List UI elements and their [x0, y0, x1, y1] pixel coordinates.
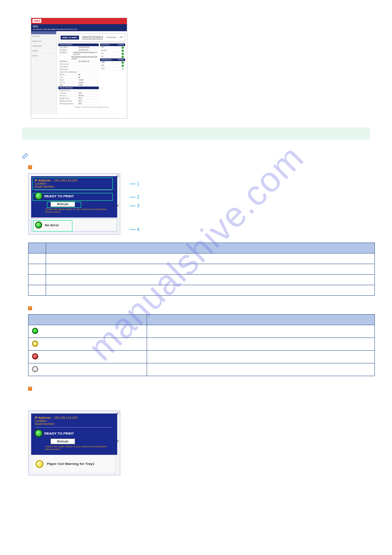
info-val: [79, 69, 97, 70]
warning-panel: Paper Out Warning for Tray1: [31, 456, 117, 472]
status-lamp-icon: [35, 429, 43, 437]
asset-row: Asset Number :: [35, 422, 112, 425]
info-key: Web Language Version: [60, 103, 79, 105]
info-key: RAM: [60, 84, 79, 86]
link-icon: [22, 153, 28, 159]
info-key: Contact Name - Administrator: [60, 71, 79, 73]
info-val: [79, 71, 97, 73]
status-dot-icon: [122, 65, 124, 67]
sidebar-header: [31, 31, 56, 34]
service-row: FTP: [100, 52, 125, 55]
sidebar-item: Supplies Life: [31, 39, 56, 44]
info-val: fe80:0000:0000:0000:0225:36ff:fe8a:7c0c …: [73, 52, 97, 55]
web-page-screenshot: OKI B432 View Information | Printer Menu…: [31, 18, 127, 119]
refresh-button[interactable]: Refresh: [50, 439, 75, 444]
service-row: WEB: [100, 64, 125, 67]
info-key: IPv6 Address: [60, 52, 73, 55]
hint-text: Obtain the latest status of your device …: [35, 444, 112, 452]
service-row: Telnet: [100, 67, 125, 70]
status-dot-icon: [122, 50, 124, 52]
info-key: CU Version: [60, 92, 79, 94]
info-key: Printer Location: [60, 63, 79, 65]
info-key: Network Version: [60, 98, 79, 99]
section-status-window: + Status Window: [28, 164, 370, 170]
callout-num: 2: [137, 195, 140, 200]
copyright: Copyright © 2014 Oki Data Corporation. A…: [58, 105, 125, 108]
info-val: Installed: [79, 79, 97, 81]
callout-box-1: [32, 178, 113, 190]
sidebar-item: System: [31, 54, 56, 58]
plus-icon: +: [28, 306, 32, 310]
table-row: 3: [29, 275, 375, 285]
info-val: 512MB: [79, 84, 97, 86]
th-no: No.: [29, 243, 46, 254]
toner-remaining-label: Toner Remaining:: [106, 36, 117, 38]
info-val: 00.07: [79, 100, 97, 102]
th-description: Description: [147, 315, 375, 325]
service-row: SNMP: [100, 61, 125, 64]
info-val: [79, 66, 97, 68]
section-printer-alert: + Printer Alert: [28, 305, 370, 311]
info-val: 00.07: [79, 98, 97, 99]
table-row: [29, 325, 375, 338]
sidebar-item: Network: [31, 49, 56, 54]
info-val: 00:25:36:36:7C:0C: [79, 61, 97, 62]
info-key: MAC Address: [60, 61, 79, 62]
toner-remaining-value: 100%: [119, 36, 123, 38]
info-val: [79, 90, 97, 91]
gray-lamp-icon: [32, 366, 38, 372]
info-val: [79, 63, 97, 65]
green-lamp-icon: [32, 328, 38, 334]
info-val: 00.03: [79, 92, 97, 94]
info-key: Duplex: [60, 79, 79, 81]
table-row: [29, 363, 375, 376]
no-error-panel: No Error: [31, 218, 117, 232]
oki-logo: OKI: [32, 19, 41, 23]
info-key: Web Remote Version: [60, 100, 79, 102]
red-lamp-icon: [32, 353, 38, 359]
info-key: [60, 56, 71, 60]
status-dot-icon: [122, 47, 124, 49]
callout-box-2: [32, 193, 113, 201]
th-item: Item: [46, 243, 375, 254]
model-bar: B432: [31, 24, 127, 29]
info-key: IPv4 Address: [60, 49, 79, 51]
info-val: A4: [79, 76, 97, 78]
yellow-lamp-icon: [32, 341, 38, 347]
info-val: 192.168.219.239: [79, 49, 97, 51]
status-dot-icon: [122, 53, 124, 55]
info-key: Tray1: [60, 76, 79, 78]
table-row: 4: [29, 285, 375, 296]
service-row: Port9100: [100, 49, 125, 52]
table-row: [29, 338, 375, 351]
plus-icon: +: [28, 165, 32, 169]
status-window-screenshot: ▲ ▼ IP Address : 192.198.113.239 Locatio…: [28, 173, 120, 235]
info-key: PU Version: [60, 95, 79, 97]
refresh-button[interactable]: Refresh: [82, 36, 90, 40]
info-val: Installed: [79, 82, 97, 83]
info-val: 00.07: [79, 103, 97, 105]
service-row: LPR: [100, 46, 125, 49]
info-key: MP Tray: [60, 74, 79, 76]
info-key: SD Card: [60, 82, 79, 83]
info-val: 0000:0000:0000:0000:0000:0000:0000:0000 …: [71, 56, 97, 60]
callout-box-3: [47, 202, 81, 208]
sidebar-item: Usage Report: [31, 44, 56, 49]
warning-lamp-icon: [36, 460, 43, 468]
section-alert-example: + Alert Display Example: [28, 386, 370, 391]
status-window-button[interactable]: Status Window: [90, 36, 103, 40]
sidebar-item: Print Count: [31, 34, 56, 39]
callout-box-4: [33, 220, 72, 232]
table-row: [29, 351, 375, 363]
callout-num: 3: [137, 203, 140, 208]
info-val: 00.00.07: [79, 95, 97, 97]
status-dot-icon: [122, 68, 124, 70]
callout-num: 1: [137, 181, 140, 186]
service-row: IPP: [100, 55, 125, 58]
callout-table: No. Item 1 2 3 4: [28, 243, 375, 296]
status-dot-icon: [122, 56, 124, 58]
hint-text: Obtain the latest status of your device …: [35, 207, 112, 215]
sidebar: Print Count Supplies Life Usage Report N…: [31, 31, 57, 115]
warning-text: Paper Out Warning for Tray1: [47, 462, 94, 466]
info-key: Firmware Version: [60, 90, 79, 91]
